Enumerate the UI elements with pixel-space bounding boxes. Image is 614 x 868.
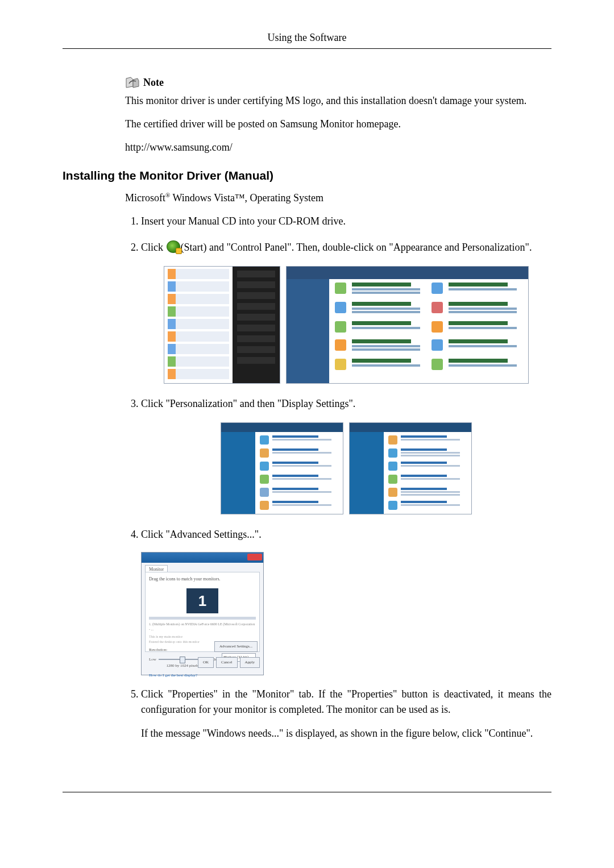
note-line-2: The certified driver will be posted on S… [125,117,551,132]
header-rule [63,48,551,49]
note-label: Note [143,77,164,89]
footer-rule [63,792,551,792]
step-2-text-b: (Start) and "Control Panel". Then, doubl… [181,242,532,253]
monitor-number: 1 [198,589,206,612]
screenshot-personalization [349,422,472,514]
apply-button: Apply [240,657,260,668]
check-main: This is my main monitor [149,634,256,639]
note-line-1: This monitor driver is under certifying … [125,93,551,109]
step-2: Click (Start) and "Control Panel". Then,… [141,240,551,384]
step-1-text: Insert your Manual CD into your CD-ROM d… [141,215,346,227]
start-orb-icon [167,240,180,253]
ok-button: OK [198,657,214,668]
step-2-text-a: Click [141,242,166,253]
os-line: Microsoft® Windows Vista™, Operating Sys… [125,190,551,206]
step-5-text-b: If the message "Windows needs..." is dis… [141,726,551,742]
help-link: How do I get the best display? [149,672,256,679]
steps-list: Insert your Manual CD into your CD-ROM d… [125,214,551,742]
step-4: Click "Advanced Settings...". Monitor Id… [141,527,551,675]
resolution-label: Resolution: [149,647,216,653]
step-5-text-a: Click "Properties" in the "Monitor" tab.… [141,687,551,719]
os-prefix: Microsoft [125,192,165,203]
step-4-text: Click "Advanced Settings...". [141,529,262,540]
screenshot-start-menu [164,266,280,384]
close-icon [247,554,262,560]
monitor-icon: 1 [186,588,218,613]
device-line [149,617,256,620]
os-suffix: Windows Vista™, Operating System [170,192,323,203]
screenshot-display-settings: Monitor Identify Monitors Drag the icons… [141,552,264,675]
cancel-button: Cancel [216,657,237,668]
section-heading: Installing the Monitor Driver (Manual) [63,169,551,182]
note-icon [125,76,140,89]
note-line-3: http://www.samsung.com/ [125,140,551,155]
step-1: Insert your Manual CD into your CD-ROM d… [141,214,551,230]
screenshot-control-panel [286,266,529,384]
screenshot-appearance [221,422,343,514]
running-header: Using the Software [63,32,551,44]
step-3: Click "Personalization" and then "Displa… [141,396,551,514]
step-5: Click "Properties" in the "Monitor" tab.… [141,687,551,742]
step-3-text: Click "Personalization" and then "Displa… [141,398,355,409]
device-text: 1. (Multiple Monitors) on NVIDIA GeForce… [149,622,256,633]
advanced-settings-button: Advanced Settings... [214,641,258,652]
drag-label: Drag the icons to match your monitors. [149,576,256,583]
